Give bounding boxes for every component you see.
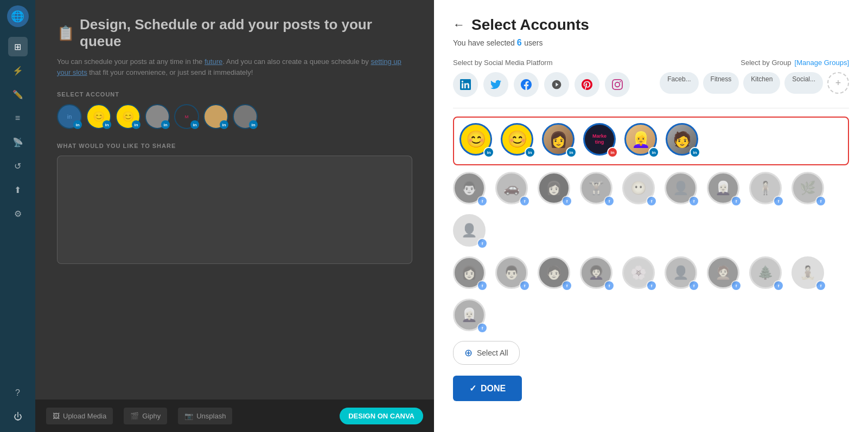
unselected-accounts-row-2: 👩 f 👨 f 🧑 f 👩‍🦱 f 🌸 f 👤 f 🧑‍🦰 f 🌲	[453, 256, 849, 334]
sidebar-icon-edit[interactable]: ✏️	[8, 85, 28, 104]
account-badge-4: in	[607, 147, 618, 158]
unsplash-icon: 📷	[184, 412, 193, 420]
group-tag-kitchen[interactable]: Kitchen	[743, 72, 780, 94]
unselected-account-6[interactable]: 👤 f	[665, 172, 700, 208]
unselected-account-18[interactable]: 🌲 f	[749, 256, 785, 292]
unselected-account-12[interactable]: 👨 f	[495, 256, 531, 292]
unselected-account-10[interactable]: 👤 f	[453, 214, 489, 250]
pinterest-filter-icon[interactable]	[575, 72, 599, 97]
account-avatar-3[interactable]: 😊 in	[116, 104, 141, 129]
modal-header: ← Select Accounts	[453, 16, 849, 34]
selected-accounts-row: 😊 in 😊 in 👩 in Marketing in	[453, 117, 849, 165]
group-tags: Faceb... Fitness Kitchen Social... +	[660, 72, 849, 94]
unselected-account-1[interactable]: 👨 f	[453, 172, 489, 208]
upload-icon: 🖼	[53, 412, 60, 420]
account-badge-5: in	[648, 147, 659, 158]
account-item-6[interactable]: 🧑 in	[666, 123, 701, 159]
account-badge-6: in	[690, 147, 700, 158]
account-item-4[interactable]: Marketing in	[583, 123, 619, 159]
sidebar-icon-power[interactable]: ⏻	[8, 407, 28, 427]
giphy-icon: 🎬	[130, 412, 139, 420]
sidebar-icon-help[interactable]: ?	[8, 383, 28, 403]
unselected-account-2[interactable]: 🚗 f	[495, 172, 531, 208]
page-subtitle: You can schedule your posts at any time …	[57, 56, 412, 78]
page-title: 📋 Design, Schedule or add your posts to …	[57, 16, 412, 50]
unselected-account-7[interactable]: 👩‍🦳 f	[707, 172, 743, 208]
linkedin-filter-icon[interactable]	[453, 72, 478, 97]
account-avatar-4[interactable]: in	[145, 104, 170, 129]
sidebar-icon-settings[interactable]: ⚙	[8, 204, 28, 223]
filter-section: Select by Social Media Platform	[453, 59, 849, 97]
account-row: in in 😊 in 😊 in in M in in in	[57, 104, 412, 129]
platform-filter-label: Select by Social Media Platform	[453, 59, 630, 67]
main-content: 📋 Design, Schedule or add your posts to …	[35, 0, 434, 432]
unselected-account-11[interactable]: 👩 f	[453, 256, 489, 292]
app-logo[interactable]: 🌐	[7, 5, 29, 27]
left-panel: 🌐 ⊞ ⚡ ✏️ ≡ 📡 ↺ ⬆ ⚙ ? ⏻ 📋 Design, Schedul…	[0, 0, 434, 432]
account-item-3[interactable]: 👩 in	[542, 123, 578, 159]
sidebar-icon-bolt[interactable]: ⚡	[8, 61, 28, 80]
unsplash-button[interactable]: 📷 Unsplash	[178, 408, 232, 424]
twitter-filter-icon[interactable]	[483, 72, 508, 97]
sidebar: 🌐 ⊞ ⚡ ✏️ ≡ 📡 ↺ ⬆ ⚙ ? ⏻	[0, 0, 35, 432]
select-all-icon: ⊕	[464, 347, 473, 359]
canva-button[interactable]: DESIGN ON CANVA	[340, 408, 423, 424]
unselected-account-8[interactable]: 🧍 f	[749, 172, 785, 208]
select-accounts-modal: ← Select Accounts You have selected 6 us…	[434, 0, 868, 432]
bottom-toolbar: 🖼 Upload Media 🎬 Giphy 📷 Unsplash DESIGN…	[35, 399, 434, 432]
unselected-account-4[interactable]: 🏋️ f	[580, 172, 616, 208]
account-item-2[interactable]: 😊 in	[501, 123, 537, 159]
account-avatar-1[interactable]: in in	[57, 104, 82, 129]
group-tag-fitness[interactable]: Fitness	[703, 72, 739, 94]
account-item-5[interactable]: 👱‍♀️ in	[624, 123, 660, 159]
group-filter: Select by Group [Manage Groups] Faceb...…	[660, 59, 849, 94]
group-tag-add[interactable]: +	[827, 72, 849, 94]
checkmark-icon: ✓	[469, 383, 476, 394]
unselected-account-19[interactable]: 🧘 f	[792, 256, 827, 292]
modal-title: Select Accounts	[471, 16, 589, 34]
sidebar-icon-list[interactable]: ≡	[8, 108, 28, 128]
unselected-account-5[interactable]: 😶 f	[622, 172, 658, 208]
account-item-1[interactable]: 😊 in	[459, 123, 495, 159]
unselected-account-17[interactable]: 🧑‍🦰 f	[707, 256, 743, 292]
giphy-button[interactable]: 🎬 Giphy	[124, 408, 167, 424]
account-avatar-2[interactable]: 😊 in	[86, 104, 111, 129]
platform-icons	[453, 72, 630, 97]
group-tag-faceb[interactable]: Faceb...	[660, 72, 698, 94]
sidebar-icon-grid[interactable]: ⊞	[8, 37, 28, 56]
select-account-label: SELECT ACCOUNT	[57, 91, 412, 98]
selected-count-text: You have selected 6 users	[453, 38, 849, 48]
page-title-icon: 📋	[57, 25, 74, 42]
platform-filter: Select by Social Media Platform	[453, 59, 630, 97]
group-filter-label: Select by Group [Manage Groups]	[660, 59, 849, 67]
account-avatar-5[interactable]: M in	[174, 104, 199, 129]
unselected-account-20[interactable]: 👩‍🦳 f	[453, 299, 489, 334]
back-button[interactable]: ←	[453, 18, 465, 32]
unselected-account-13[interactable]: 🧑 f	[538, 256, 573, 292]
account-badge-2: in	[525, 147, 535, 158]
account-avatar-6[interactable]: in	[203, 104, 228, 129]
unselected-account-15[interactable]: 🌸 f	[622, 256, 658, 292]
unselected-account-3[interactable]: 👩 f	[538, 172, 573, 208]
account-avatar-7[interactable]: in	[233, 104, 258, 129]
unselected-account-16[interactable]: 👤 f	[665, 256, 700, 292]
account-badge-1: in	[483, 147, 494, 158]
select-all-button[interactable]: ⊕ Select All	[453, 341, 520, 365]
unselected-account-9[interactable]: 🌿 f	[792, 172, 827, 208]
google-filter-icon[interactable]	[544, 72, 569, 97]
manage-groups-link[interactable]: [Manage Groups]	[795, 59, 849, 67]
sidebar-icon-history[interactable]: ↺	[8, 156, 28, 176]
done-button[interactable]: ✓ DONE	[453, 376, 522, 401]
share-area[interactable]	[57, 156, 412, 264]
instagram-filter-icon[interactable]	[605, 72, 630, 97]
unselected-account-14[interactable]: 👩‍🦱 f	[580, 256, 616, 292]
sidebar-icon-rss[interactable]: 📡	[8, 132, 28, 152]
divider	[453, 108, 849, 108]
sidebar-icon-upload[interactable]: ⬆	[8, 180, 28, 199]
account-badge-3: in	[566, 147, 577, 158]
upload-media-button[interactable]: 🖼 Upload Media	[46, 408, 113, 424]
facebook-filter-icon[interactable]	[514, 72, 539, 97]
share-label: WHAT WOULD YOU LIKE TO SHARE	[57, 143, 412, 149]
group-tag-social[interactable]: Social...	[784, 72, 823, 94]
unselected-accounts-row-1: 👨 f 🚗 f 👩 f 🏋️ f 😶 f 👤 f 👩‍🦳 f 🧍	[453, 172, 849, 250]
